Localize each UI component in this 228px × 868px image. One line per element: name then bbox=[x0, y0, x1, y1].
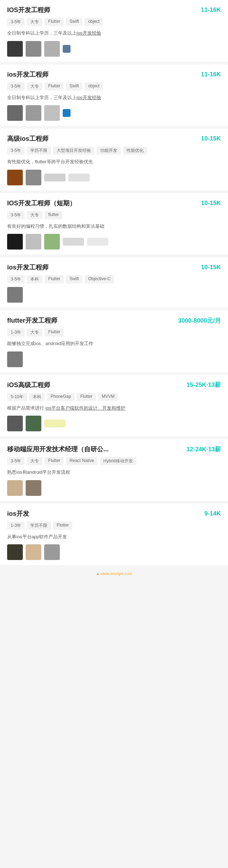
tag: Flutter bbox=[45, 328, 64, 337]
logo-block bbox=[26, 416, 41, 431]
tag: Swift bbox=[66, 82, 82, 91]
job-card-8[interactable]: 移动端应用开发技术经理（自研公...12-24K·13薪3-5年大专Flutte… bbox=[0, 439, 228, 501]
tag: Flutter bbox=[77, 393, 96, 401]
job-tags-5: 3-5年本科FlutterSwiftObjective-C bbox=[7, 275, 221, 283]
tag: Flutter bbox=[45, 18, 64, 26]
tag: 学历不限 bbox=[27, 147, 51, 155]
job-salary-7: 15-25K·13薪 bbox=[187, 381, 221, 389]
tag: PhoneGap bbox=[47, 393, 74, 401]
job-title-7: iOS高级工程师 bbox=[7, 381, 50, 389]
job-title-3: 高级ios工程师 bbox=[7, 134, 48, 143]
logo-block bbox=[26, 544, 41, 560]
job-tags-3: 3-5年学历不限大型项目开发经验功能开发性能优化 bbox=[7, 147, 221, 155]
tag: 3-5年 bbox=[7, 275, 25, 283]
tag: Flutter bbox=[45, 457, 64, 465]
tag: 本科 bbox=[27, 275, 42, 283]
tag: Swift bbox=[66, 275, 82, 283]
job-title-6: flutter开发工程师 bbox=[7, 316, 57, 325]
job-salary-4: 10-15K bbox=[201, 200, 221, 207]
job-desc-4: 有良好的编程习惯，扎实的数据结构和算法基础 bbox=[7, 223, 221, 230]
tag: React Native bbox=[66, 457, 98, 465]
company-logos-9 bbox=[7, 544, 221, 560]
logo-block bbox=[44, 105, 60, 121]
company-logos-5 bbox=[7, 287, 221, 303]
job-title-9: ios开发 bbox=[7, 509, 29, 518]
job-card-2[interactable]: ios开发工程师11-16K3-5年大专FlutterSwiftobject全日… bbox=[0, 65, 228, 126]
tag: 大专 bbox=[27, 82, 42, 91]
logo-block bbox=[26, 480, 41, 496]
job-tags-8: 3-5年大专FlutterReact NativeHybrid移动开发 bbox=[7, 457, 221, 465]
job-salary-9: 9-14K bbox=[204, 510, 221, 517]
logo-block bbox=[7, 287, 23, 303]
company-logos-2 bbox=[7, 105, 221, 121]
job-salary-6: 3000-8000元/月 bbox=[178, 317, 221, 325]
job-card-6[interactable]: flutter开发工程师3000-8000元/月1-3年大专Flutter能够独… bbox=[0, 310, 228, 372]
tag: 大专 bbox=[27, 457, 42, 465]
tag: 3-5年 bbox=[7, 18, 25, 26]
tag: object bbox=[84, 82, 103, 91]
logo-block bbox=[44, 41, 60, 57]
tag: object bbox=[84, 18, 103, 26]
tag: Flutter bbox=[53, 522, 72, 530]
tag: 1-3年 bbox=[7, 522, 25, 530]
tag: 性能优化 bbox=[123, 147, 147, 155]
logo-block bbox=[44, 234, 60, 250]
job-card-9[interactable]: ios开发9-14K1-3年学历不限Flutter从事ios平台app软件产品开… bbox=[0, 504, 228, 565]
logo-block bbox=[63, 238, 84, 246]
tag: 大专 bbox=[27, 211, 42, 219]
job-list: IOS开发工程师11-16K3-5年大专FlutterSwiftobject全日… bbox=[0, 0, 228, 565]
job-desc-7: 根据产品需求进行 ios平台客户端软件的设计、开发和维护 bbox=[7, 405, 221, 412]
logo-block bbox=[26, 234, 41, 250]
job-desc-3: 有性能优化，flutter等跨平台开发经验优先 bbox=[7, 158, 221, 165]
job-title-8: 移动端应用开发技术经理（自研公... bbox=[7, 445, 109, 453]
tag: 大专 bbox=[27, 18, 42, 26]
tag: 学历不限 bbox=[27, 522, 51, 530]
tag: Hybrid移动开发 bbox=[100, 457, 136, 465]
watermark-icon: ▲ bbox=[96, 571, 100, 576]
tag: Flutter bbox=[45, 275, 64, 283]
company-logos-4 bbox=[7, 234, 221, 250]
job-salary-3: 10-15K bbox=[201, 135, 221, 142]
job-salary-2: 11-16K bbox=[201, 71, 221, 78]
job-desc-9: 从事ios平台app软件产品开发 bbox=[7, 533, 221, 540]
company-logos-1 bbox=[7, 41, 221, 57]
tag: 3-5年 bbox=[7, 457, 25, 465]
job-card-7[interactable]: iOS高级工程师15-25K·13薪5-10年本科PhoneGapFlutter… bbox=[0, 375, 228, 437]
job-salary-8: 12-24K·13薪 bbox=[187, 445, 221, 453]
tag: 大专 bbox=[27, 328, 42, 337]
logo-block bbox=[63, 109, 71, 117]
logo-block bbox=[7, 234, 23, 250]
logo-block bbox=[44, 420, 66, 427]
company-logos-6 bbox=[7, 351, 221, 367]
tag: 大型项目开发经验 bbox=[53, 147, 94, 155]
job-card-1[interactable]: IOS开发工程师11-16K3-5年大专FlutterSwiftobject全日… bbox=[0, 0, 228, 62]
job-card-3[interactable]: 高级ios工程师10-15K3-5年学历不限大型项目开发经验功能开发性能优化有性… bbox=[0, 129, 228, 190]
job-card-5[interactable]: ios开发工程师10-15K3-5年本科FlutterSwiftObjectiv… bbox=[0, 257, 228, 308]
tag: Swift bbox=[66, 18, 82, 26]
company-logos-7 bbox=[7, 416, 221, 431]
logo-block bbox=[7, 170, 23, 185]
logo-block bbox=[63, 45, 71, 53]
tag: 5-10年 bbox=[7, 393, 27, 401]
job-salary-5: 10-15K bbox=[201, 264, 221, 271]
logo-block bbox=[87, 238, 108, 246]
tag: 本科 bbox=[29, 393, 45, 401]
job-card-4[interactable]: IOS开发工程师（短期）10-15K3-5年大专flutter有良好的编程习惯，… bbox=[0, 193, 228, 255]
tag: flutter bbox=[45, 211, 62, 219]
tag: 3-5年 bbox=[7, 147, 25, 155]
job-tags-9: 1-3年学历不限Flutter bbox=[7, 522, 221, 530]
job-title-2: ios开发工程师 bbox=[7, 70, 48, 79]
logo-block bbox=[7, 351, 23, 367]
logo-block bbox=[44, 544, 60, 560]
tag: 3-5年 bbox=[7, 211, 25, 219]
watermark-text: www.xmzigm.com bbox=[101, 571, 132, 576]
job-tags-6: 1-3年大专Flutter bbox=[7, 328, 221, 337]
tag: MVVM bbox=[98, 393, 118, 401]
logo-block bbox=[7, 544, 23, 560]
logo-block bbox=[44, 174, 66, 181]
job-tags-2: 3-5年大专FlutterSwiftobject bbox=[7, 82, 221, 91]
tag: 3-5年 bbox=[7, 82, 25, 91]
job-desc-8: 熟悉ios和android平台开发流程 bbox=[7, 469, 221, 476]
logo-block bbox=[7, 41, 23, 57]
logo-block bbox=[26, 105, 41, 121]
